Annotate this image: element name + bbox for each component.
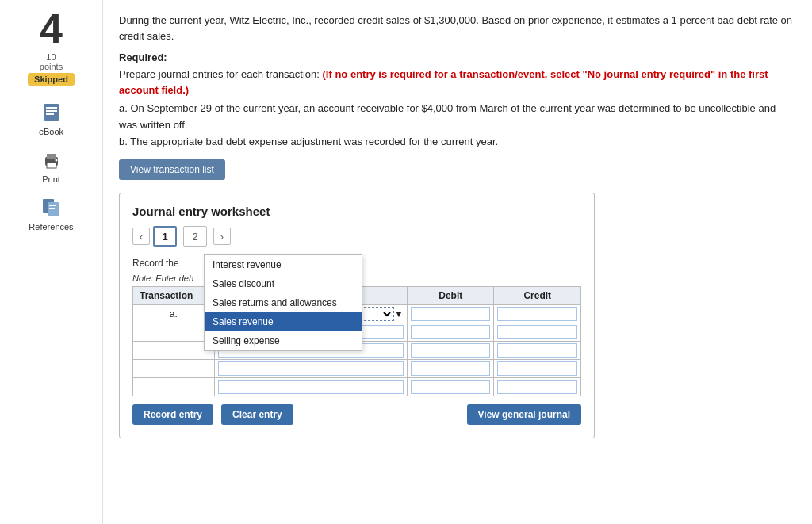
references-button[interactable]: References (29, 195, 73, 231)
debit-cell-2 (407, 323, 494, 342)
print-button[interactable]: Print (39, 147, 64, 184)
table-row (133, 378, 581, 396)
question-number: 4 (40, 8, 63, 49)
view-transaction-button[interactable]: View transaction list (119, 159, 225, 180)
credit-input-4[interactable] (497, 361, 577, 376)
debit-input-4[interactable] (411, 361, 491, 376)
transaction-cell-5 (133, 378, 215, 396)
references-label: References (29, 222, 73, 231)
dropdown-item-sales-discount[interactable]: Sales discount (205, 274, 362, 293)
tab-nav: ‹ 1 2 › (132, 226, 581, 247)
svg-rect-0 (44, 104, 59, 121)
credit-cell-3 (494, 342, 581, 360)
ebook-button[interactable]: eBook (39, 100, 64, 136)
sub-instruction-a: a. On September 29 of the current year, … (119, 101, 793, 134)
transaction-cell-2 (133, 323, 215, 342)
debit-cell-3 (407, 342, 494, 360)
credit-input-3[interactable] (497, 343, 577, 358)
svg-rect-6 (47, 163, 56, 168)
account-input-5[interactable] (218, 380, 404, 394)
dropdown-arrow-icon: ▼ (394, 308, 404, 319)
credit-cell-2 (494, 323, 581, 342)
tab-2[interactable]: 2 (183, 226, 207, 247)
ebook-label: eBook (39, 127, 63, 136)
account-cell-5 (214, 378, 407, 396)
svg-rect-1 (46, 107, 57, 109)
tab-prev-arrow[interactable]: ‹ (132, 228, 150, 245)
dropdown-item-selling-expense[interactable]: Selling expense (205, 331, 362, 350)
transaction-cell-4 (133, 360, 215, 378)
worksheet-title: Journal entry worksheet (132, 205, 581, 218)
sub-instructions: a. On September 29 of the current year, … (119, 101, 793, 150)
sidebar: 4 10 points Skipped eBook (0, 0, 103, 524)
credit-cell-4 (494, 360, 581, 378)
credit-input-5[interactable] (497, 380, 577, 394)
svg-rect-5 (47, 154, 56, 159)
record-entry-button[interactable]: Record entry (132, 404, 213, 425)
debit-input-5[interactable] (411, 380, 491, 394)
dropdown-item-interest-revenue[interactable]: Interest revenue (205, 255, 362, 274)
svg-rect-3 (46, 113, 54, 115)
svg-rect-2 (46, 110, 57, 112)
record-area: Record the Interest revenue Sales discou… (132, 254, 581, 269)
points-value: 10 points (40, 52, 63, 71)
tab-next-arrow[interactable]: › (213, 228, 231, 245)
debit-input-3[interactable] (411, 343, 491, 358)
debit-input-2[interactable] (411, 325, 491, 339)
tab-1[interactable]: 1 (153, 226, 177, 247)
dropdown-item-sales-returns[interactable]: Sales returns and allowances (205, 293, 362, 312)
svg-rect-10 (49, 205, 56, 206)
col-credit: Credit (494, 287, 581, 305)
print-icon (39, 147, 64, 173)
credit-input-a[interactable] (497, 307, 577, 321)
account-dropdown[interactable]: Interest revenue Sales discount Sales re… (204, 254, 362, 351)
required-label: Required: (119, 52, 793, 63)
print-label: Print (42, 174, 60, 184)
debit-cell-a (407, 305, 494, 323)
table-row (133, 360, 581, 378)
credit-cell-5 (494, 378, 581, 396)
dropdown-item-sales-revenue[interactable]: Sales revenue (205, 312, 362, 331)
references-icon (38, 195, 63, 220)
col-transaction: Transaction (133, 287, 215, 305)
col-debit: Debit (407, 287, 494, 305)
account-input-4[interactable] (218, 361, 404, 376)
account-cell-4 (214, 360, 407, 378)
clear-entry-button[interactable]: Clear entry (221, 404, 293, 425)
skipped-badge: Skipped (28, 73, 75, 86)
debit-input-a[interactable] (411, 307, 491, 321)
bottom-buttons: Record entry Clear entry View general jo… (132, 404, 581, 425)
credit-input-2[interactable] (497, 325, 577, 339)
svg-rect-11 (49, 208, 55, 209)
problem-text: During the current year, Witz Electric, … (119, 13, 793, 44)
view-general-journal-button[interactable]: View general journal (467, 404, 581, 425)
debit-cell-5 (407, 378, 494, 396)
credit-cell-a (494, 305, 581, 323)
transaction-cell-3 (133, 342, 215, 360)
debit-cell-4 (407, 360, 494, 378)
svg-point-7 (55, 159, 57, 162)
sub-instruction-b: b. The appropriate bad debt expense adju… (119, 134, 793, 151)
transaction-cell-a: a. (133, 305, 215, 323)
record-label: Record the (132, 254, 204, 269)
instruction-text: Prepare journal entries for each transac… (119, 67, 793, 98)
worksheet-container: Journal entry worksheet ‹ 1 2 › Record t… (119, 193, 595, 438)
main-content: During the current year, Witz Electric, … (103, 0, 812, 524)
ebook-icon (39, 100, 64, 125)
